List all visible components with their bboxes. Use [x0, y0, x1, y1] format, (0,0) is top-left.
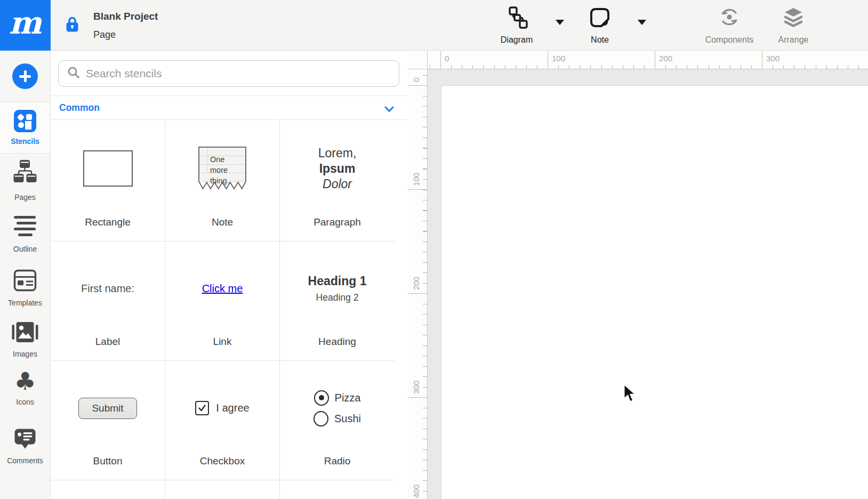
sidebar-item-outline[interactable]: Outline: [0, 214, 50, 253]
paragraph-line-3: Dolor: [323, 176, 352, 192]
stencil-link[interactable]: Click me Link: [165, 242, 280, 361]
stencil-name: Link: [213, 336, 232, 348]
club-suit-icon: ♣: [14, 369, 36, 393]
ruler-number: 0: [412, 78, 421, 82]
stencil-radio[interactable]: Pizza Sushi Radio: [280, 361, 395, 480]
heading2-preview: Heading 2: [316, 292, 359, 303]
sidebar-item-pages[interactable]: Pages: [0, 159, 50, 202]
sidebar-item-label: Stencils: [11, 137, 39, 146]
sidebar-item-comments[interactable]: Comments: [0, 428, 50, 465]
sync-icon: [718, 6, 741, 31]
button-preview: Submit: [78, 398, 137, 419]
chevron-down-icon[interactable]: [384, 105, 394, 115]
outline-lines-icon: [13, 214, 37, 240]
pages-tree-icon: [13, 159, 37, 188]
note-dropdown-caret[interactable]: [638, 20, 646, 25]
search-box: [58, 60, 399, 87]
diagram-tool-button[interactable]: Diagram: [485, 6, 549, 45]
page-surface[interactable]: [441, 85, 868, 499]
ruler-number: 200: [412, 277, 421, 290]
ruler-major-tick: [440, 51, 441, 69]
stencil-panel: Common Rectangle One more thing.: [51, 51, 408, 499]
sidebar-item-label: Pages: [14, 193, 36, 202]
stencil-checkbox[interactable]: I agree Checkbox: [165, 361, 280, 480]
stencil-heading[interactable]: Heading 1 Heading 2 Heading: [280, 242, 395, 361]
paragraph-line-2: Ipsum: [319, 161, 356, 176]
ruler-major-tick: [548, 51, 548, 69]
arrange-tool-button[interactable]: Arrange: [761, 6, 825, 45]
stencil-name: Heading: [318, 336, 356, 348]
note-preview: One more thing..: [198, 147, 246, 191]
top-bar: m Blank Project Page D: [0, 0, 868, 51]
sidebar-item-stencils[interactable]: T Stencils: [0, 102, 50, 154]
layers-icon: [782, 6, 805, 31]
vertical-ruler: 0100200300400: [408, 69, 428, 499]
components-tool-label: Components: [705, 35, 754, 45]
ruler-number: 300: [412, 381, 421, 394]
stencil-name: Radio: [324, 455, 351, 467]
note-tool-button[interactable]: Note: [573, 6, 626, 45]
radio-option-2: Sushi: [334, 413, 361, 425]
template-layout-icon: [13, 269, 37, 294]
sidebar-item-label: Templates: [8, 299, 42, 307]
stencil-rectangle[interactable]: Rectangle: [51, 120, 165, 242]
lock-icon[interactable]: [65, 16, 79, 35]
sidebar-item-icons[interactable]: ♣ Icons: [0, 369, 50, 406]
paragraph-line-1: Lorem,: [318, 146, 357, 161]
stencil-cell-partial[interactable]: [280, 480, 395, 499]
sidebar-item-templates[interactable]: Templates: [0, 269, 50, 307]
section-header-common[interactable]: Common: [51, 96, 408, 120]
add-section: [0, 51, 50, 102]
ruler-major-tick: [762, 51, 762, 69]
arrange-tool-label: Arrange: [778, 35, 809, 45]
ruler-major-tick: [655, 51, 655, 69]
stencil-name: Rectangle: [85, 216, 131, 228]
image-carousel-icon: [12, 321, 38, 345]
add-stencil-button[interactable]: [12, 63, 38, 89]
logo-letter: m: [9, 7, 42, 44]
label-preview-text: First name:: [81, 283, 134, 295]
search-input[interactable]: [86, 67, 399, 80]
radio-option-1: Pizza: [335, 392, 361, 404]
radio-selected-icon: [314, 390, 329, 406]
stencil-name: Button: [93, 455, 123, 467]
radio-unselected-icon: [314, 411, 328, 426]
checkbox-preview-text: I agree: [216, 402, 249, 414]
rectangle-preview: [83, 150, 133, 187]
link-preview-text: Click me: [202, 283, 243, 295]
stencil-cell-partial[interactable]: [165, 480, 280, 499]
moqups-logo[interactable]: m: [0, 0, 51, 51]
stencil-button[interactable]: Submit Button: [51, 361, 165, 480]
stencil-cell-partial[interactable]: [51, 480, 165, 499]
sticky-note-icon: [589, 6, 611, 31]
stencil-name: Label: [95, 336, 120, 348]
sidebar-item-images[interactable]: Images: [0, 321, 50, 358]
stencil-note[interactable]: One more thing.. Note: [165, 120, 280, 242]
page-name[interactable]: Page: [93, 29, 116, 41]
heading1-preview: Heading 1: [308, 274, 367, 288]
stencils-shapes-icon: T: [14, 110, 36, 132]
ruler-major-tick: [408, 293, 428, 294]
sidebar-item-label: Outline: [13, 245, 37, 253]
components-tool-button[interactable]: Components: [697, 6, 761, 45]
stencil-grid: Rectangle One more thing.. Note: [51, 120, 395, 499]
comment-bubble-icon: [14, 428, 36, 452]
ruler-major-tick: [408, 85, 428, 86]
ruler-number: 0: [445, 54, 449, 63]
sidebar-item-label: Icons: [16, 398, 34, 406]
search-icon: [67, 66, 80, 81]
ruler-corner: [408, 51, 428, 69]
stencil-name: Paragraph: [314, 216, 361, 228]
note-preview-text: One more thing..: [210, 154, 244, 186]
search-row: [51, 51, 408, 96]
app-window: m Blank Project Page D: [0, 0, 868, 499]
canvas-area[interactable]: 0100200300 0100200300400: [408, 51, 868, 499]
diagram-nodes-icon: [505, 6, 528, 31]
diagram-tool-label: Diagram: [501, 35, 533, 45]
stencil-label[interactable]: First name: Label: [51, 242, 165, 361]
ruler-number: 200: [659, 54, 672, 63]
diagram-dropdown-caret[interactable]: [556, 20, 564, 25]
stencil-paragraph[interactable]: Lorem, Ipsum Dolor Paragraph: [280, 120, 395, 242]
horizontal-ruler: 0100200300: [428, 51, 868, 69]
project-title[interactable]: Blank Project: [93, 11, 158, 22]
